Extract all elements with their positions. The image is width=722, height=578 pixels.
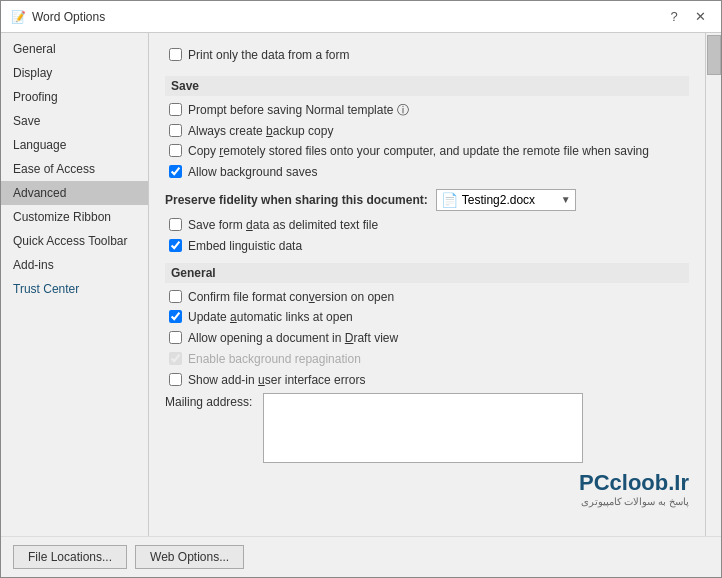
show-add-in-errors-row: Show add-in user interface errors [165, 372, 689, 389]
allow-opening-draft-label: Allow opening a document in Draft view [188, 330, 398, 347]
close-button[interactable]: ✕ [689, 6, 711, 28]
doc-dropdown[interactable]: 📄 Testing2.docx ▼ [436, 189, 576, 211]
prompt-before-saving-checkbox[interactable] [169, 103, 182, 116]
web-options-button[interactable]: Web Options... [135, 545, 244, 569]
file-locations-button[interactable]: File Locations... [13, 545, 127, 569]
allow-background-saves-label: Allow background saves [188, 164, 317, 181]
allow-opening-draft-checkbox[interactable] [169, 331, 182, 344]
print-form-option: Print only the data from a form [165, 47, 349, 64]
title-bar-controls: ? ✕ [663, 6, 711, 28]
copy-remotely-stored-row: Copy remotely stored files onto your com… [165, 143, 689, 160]
save-form-data-label: Save form data as delimited text file [188, 217, 378, 234]
copy-remotely-stored-checkbox[interactable] [169, 144, 182, 157]
show-add-in-errors-checkbox[interactable] [169, 373, 182, 386]
sidebar-item-general[interactable]: General [1, 37, 148, 61]
sidebar-item-trust-center[interactable]: Trust Center [1, 277, 148, 301]
allow-opening-draft-row: Allow opening a document in Draft view [165, 330, 689, 347]
preserve-fidelity-row: Preserve fidelity when sharing this docu… [165, 189, 689, 211]
word-options-window: 📝 Word Options ? ✕ General Display Proof… [0, 0, 722, 578]
watermark-main: PCcloob.Ir [579, 470, 689, 496]
main-content: General Display Proofing Save Language E… [1, 33, 721, 536]
help-button[interactable]: ? [663, 6, 685, 28]
prompt-before-saving-label: Prompt before saving Normal template ⓘ [188, 102, 409, 119]
sidebar-item-quick-access-toolbar[interactable]: Quick Access Toolbar [1, 229, 148, 253]
sidebar-item-ease-of-access[interactable]: Ease of Access [1, 157, 148, 181]
sidebar-item-customize-ribbon[interactable]: Customize Ribbon [1, 205, 148, 229]
copy-remotely-stored-label: Copy remotely stored files onto your com… [188, 143, 649, 160]
embed-linguistic-label: Embed linguistic data [188, 238, 302, 255]
title-bar-left: 📝 Word Options [11, 10, 105, 24]
always-create-backup-row: Always create backup copy [165, 123, 689, 140]
print-form-label: Print only the data from a form [188, 47, 349, 64]
confirm-file-format-checkbox[interactable] [169, 290, 182, 303]
save-form-data-row: Save form data as delimited text file [165, 217, 689, 234]
always-create-backup-label: Always create backup copy [188, 123, 333, 140]
enable-background-repagination-label: Enable background repagination [188, 351, 361, 368]
doc-dropdown-text: Testing2.docx [462, 193, 557, 207]
confirm-file-format-label: Confirm file format conversion on open [188, 289, 394, 306]
embed-linguistic-row: Embed linguistic data [165, 238, 689, 255]
watermark-sub: پاسخ به سوالات کامپیوتری [579, 496, 689, 507]
general-section-label: General [165, 263, 689, 283]
show-add-in-errors-label: Show add-in user interface errors [188, 372, 365, 389]
content-scroll: Print only the data from a form Save Pro… [149, 33, 705, 536]
window-icon: 📝 [11, 10, 26, 24]
doc-icon: 📄 [441, 192, 458, 208]
window-title: Word Options [32, 10, 105, 24]
always-create-backup-checkbox[interactable] [169, 124, 182, 137]
update-auto-links-checkbox[interactable] [169, 310, 182, 323]
sidebar-item-add-ins[interactable]: Add-ins [1, 253, 148, 277]
allow-background-saves-row: Allow background saves [165, 164, 689, 181]
preserve-fidelity-label: Preserve fidelity when sharing this docu… [165, 193, 428, 207]
save-form-data-checkbox[interactable] [169, 218, 182, 231]
allow-background-saves-checkbox[interactable] [169, 165, 182, 178]
sidebar-item-save[interactable]: Save [1, 109, 148, 133]
title-bar: 📝 Word Options ? ✕ [1, 1, 721, 33]
content-with-scroll: Print only the data from a form Save Pro… [149, 33, 721, 536]
print-form-row: Print only the data from a form [165, 43, 689, 68]
scrollbar-track[interactable] [705, 33, 721, 536]
save-section-label: Save [165, 76, 689, 96]
print-form-checkbox[interactable] [169, 48, 182, 61]
watermark: PCcloob.Ir پاسخ به سوالات کامپیوتری [579, 470, 689, 507]
sidebar: General Display Proofing Save Language E… [1, 33, 149, 536]
enable-background-repagination-row: Enable background repagination [165, 351, 689, 368]
mailing-address-label: Mailing address: [165, 393, 255, 409]
mailing-address-row: Mailing address: [165, 393, 689, 463]
dropdown-arrow-icon: ▼ [561, 194, 571, 205]
embed-linguistic-checkbox[interactable] [169, 239, 182, 252]
bottom-buttons: File Locations... Web Options... [1, 536, 721, 577]
update-auto-links-label: Update automatic links at open [188, 309, 353, 326]
sidebar-item-display[interactable]: Display [1, 61, 148, 85]
scrollbar-thumb[interactable] [707, 35, 721, 75]
update-auto-links-row: Update automatic links at open [165, 309, 689, 326]
watermark-area: PCcloob.Ir پاسخ به سوالات کامپیوتری [165, 467, 689, 497]
sidebar-item-proofing[interactable]: Proofing [1, 85, 148, 109]
confirm-file-format-row: Confirm file format conversion on open [165, 289, 689, 306]
sidebar-item-advanced[interactable]: Advanced [1, 181, 148, 205]
enable-background-repagination-checkbox [169, 352, 182, 365]
sidebar-item-language[interactable]: Language [1, 133, 148, 157]
mailing-address-textarea[interactable] [263, 393, 583, 463]
prompt-before-saving-row: Prompt before saving Normal template ⓘ [165, 102, 689, 119]
